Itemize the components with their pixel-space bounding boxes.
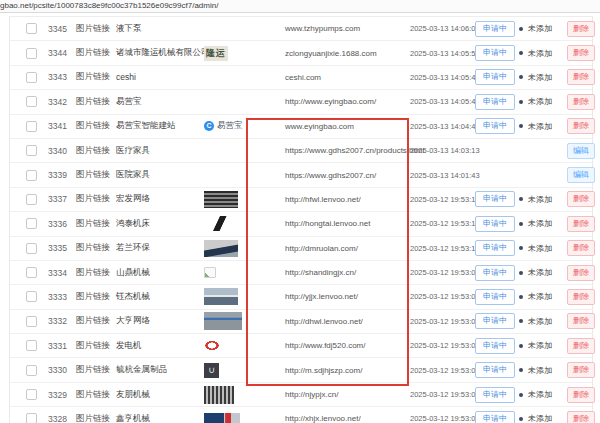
row-checkbox[interactable] <box>26 48 37 59</box>
status-applying-button[interactable]: 申请中 <box>475 69 515 85</box>
delete-button[interactable]: 删除 <box>567 191 595 207</box>
status-applying-button[interactable]: 申请中 <box>475 94 515 110</box>
pump-photo-thumbnail <box>204 413 240 423</box>
row-checkbox[interactable] <box>26 365 37 376</box>
row-id: 3334 <box>48 268 76 278</box>
delete-button[interactable]: 删除 <box>567 265 595 281</box>
table-row: 3343 图片链接 ceshi ceshi.com 2025-03-13 14:… <box>10 66 592 90</box>
row-name: 易营宝智能建站 <box>116 120 204 132</box>
delete-button[interactable]: 删除 <box>567 387 595 403</box>
row-checkbox[interactable] <box>26 121 37 132</box>
status-applying-button[interactable]: 申请中 <box>475 411 515 423</box>
delete-button[interactable]: 删除 <box>567 313 595 329</box>
row-checkbox[interactable] <box>26 413 37 423</box>
status-applying-button[interactable]: 申请中 <box>475 362 515 378</box>
status-dot-icon <box>519 344 523 348</box>
table-row: 3329 图片链接 友朋机械 http://njypjx.cn/ 2025-03… <box>10 383 592 407</box>
row-name: 大亨网络 <box>116 315 204 327</box>
edit-button[interactable]: 编辑 <box>567 143 595 159</box>
status-applying-button[interactable]: 申请中 <box>475 338 515 354</box>
row-id: 3342 <box>48 97 76 107</box>
status-applying-button[interactable]: 申请中 <box>475 191 515 207</box>
status-dot-icon <box>519 417 523 421</box>
row-checkbox[interactable] <box>26 170 37 181</box>
row-type-label: 图片链接 <box>76 145 116 157</box>
row-timestamp: 2025-03-12 19:53:11 <box>410 244 475 253</box>
row-checkbox[interactable] <box>26 72 37 83</box>
row-url: http://yjjx.lenvoo.net/ <box>256 292 410 301</box>
delete-button[interactable]: 删除 <box>567 338 595 354</box>
row-checkbox[interactable] <box>26 145 37 156</box>
row-timestamp: 2025-03-13 14:01:43 <box>410 171 475 180</box>
table-row: 3330 图片链接 毓杭金属制品 http://m.sdjhjszp.com/ … <box>10 358 592 382</box>
row-checkbox[interactable] <box>26 316 37 327</box>
row-checkbox[interactable] <box>26 96 37 107</box>
row-timestamp: 2025-03-12 19:53:07 <box>410 317 475 326</box>
status-applying-button[interactable]: 申请中 <box>475 387 515 403</box>
delete-button[interactable]: 删除 <box>567 118 595 134</box>
row-timestamp: 2025-03-12 19:53:08 <box>410 292 475 301</box>
status-applying-button[interactable]: 申请中 <box>475 313 515 329</box>
row-checkbox[interactable] <box>26 340 37 351</box>
delete-button[interactable]: 删除 <box>567 411 595 423</box>
row-name: 鸿泰机床 <box>116 218 204 230</box>
row-url: http://www.eyingbao.com/ <box>256 97 410 106</box>
status-dot-icon <box>519 368 523 372</box>
status-applying-button[interactable]: 申请中 <box>475 45 515 61</box>
table-row: 3332 图片链接 大亨网络 http://dhwl.lenvoo.net/ 2… <box>10 310 592 334</box>
row-checkbox[interactable] <box>26 291 37 302</box>
status-dot-icon <box>519 27 523 31</box>
table-row: 3341 图片链接 易营宝智能建站 易营宝 www.eyingbao.com 2… <box>10 115 592 139</box>
row-url: http://hongtai.lenvoo.net <box>256 219 410 228</box>
status-applying-button[interactable]: 申请中 <box>475 21 515 37</box>
status-applying-button[interactable]: 申请中 <box>475 265 515 281</box>
row-type-label: 图片链接 <box>76 218 116 230</box>
eyingbao-logo-thumbnail: 易营宝 <box>204 120 243 132</box>
delete-button[interactable]: 删除 <box>567 45 595 61</box>
status-dot-icon <box>519 100 523 104</box>
row-checkbox[interactable] <box>26 23 37 34</box>
row-timestamp: 2025-03-13 14:05:45 <box>410 97 475 106</box>
status-dot-icon <box>519 271 523 275</box>
table-row: 3339 图片链接 医院家具 https://www.gdhs2007.cn/ … <box>10 163 592 187</box>
row-type-label: 图片链接 <box>76 242 116 254</box>
row-type-label: 图片链接 <box>76 340 116 352</box>
row-timestamp: 2025-03-12 19:53:01 <box>410 414 475 423</box>
status-applying-button[interactable]: 申请中 <box>475 289 515 305</box>
delete-button[interactable]: 删除 <box>567 69 595 85</box>
delete-button[interactable]: 删除 <box>567 94 595 110</box>
table-row: 3342 图片链接 易营宝 http://www.eyingbao.com/ 2… <box>10 90 592 114</box>
row-checkbox[interactable] <box>26 389 37 400</box>
status-applying-button[interactable]: 申请中 <box>475 216 515 232</box>
row-url: http://dhwl.lenvoo.net/ <box>256 317 410 326</box>
delete-button[interactable]: 删除 <box>567 240 595 256</box>
edit-button[interactable]: 编辑 <box>567 167 595 183</box>
delete-button[interactable]: 删除 <box>567 362 595 378</box>
not-added-label: 未添加 <box>528 121 552 132</box>
not-added-label: 未添加 <box>528 413 552 423</box>
row-timestamp: 2025-03-12 19:53:03 <box>410 366 475 375</box>
row-checkbox[interactable] <box>26 218 37 229</box>
table-row: 3334 图片链接 山鼎机械 http://shandingjx.cn/ 202… <box>10 261 592 285</box>
row-id: 3332 <box>48 316 76 326</box>
status-applying-button[interactable]: 申请中 <box>475 118 515 134</box>
row-checkbox[interactable] <box>26 194 37 205</box>
longyun-logo-thumbnail: 隆运 <box>204 46 228 61</box>
row-name: 山鼎机械 <box>116 267 204 279</box>
status-applying-button[interactable]: 申请中 <box>475 240 515 256</box>
row-id: 3341 <box>48 121 76 131</box>
row-name: ceshi <box>116 72 204 82</box>
row-checkbox[interactable] <box>26 267 37 278</box>
delete-button[interactable]: 删除 <box>567 289 595 305</box>
row-checkbox[interactable] <box>26 243 37 254</box>
row-url: https://www.gdhs2007.cn/ <box>256 171 410 180</box>
status-dot-icon <box>519 222 523 226</box>
browser-address-bar[interactable]: gbao.net/pcsite/1000783c8e9fc00c37b1526e… <box>0 0 600 13</box>
delete-button[interactable]: 删除 <box>567 216 595 232</box>
row-id: 3344 <box>48 48 76 58</box>
delete-button[interactable]: 删除 <box>567 21 595 37</box>
row-type-label: 图片链接 <box>76 23 116 35</box>
row-timestamp: 2025-03-13 14:03:13 <box>410 146 475 155</box>
dark-stripes-thumbnail <box>204 191 238 208</box>
row-type-label: 图片链接 <box>76 169 116 181</box>
